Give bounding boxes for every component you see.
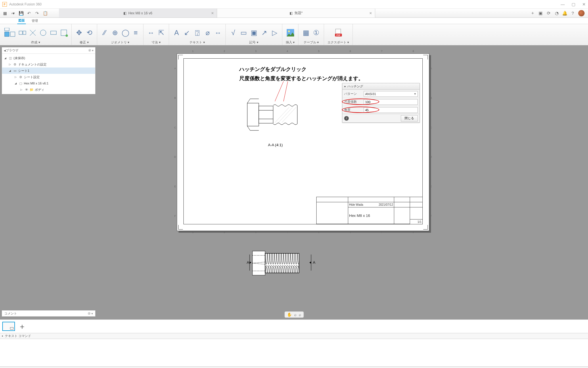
- svg-rect-2: [5, 28, 9, 31]
- sheet-thumbnail[interactable]: [2, 322, 15, 331]
- svg-rect-7: [61, 30, 67, 36]
- ribbon-group-create[interactable]: 作成 ▾: [31, 40, 40, 45]
- document-tab[interactable]: ◧ 無題* ✕: [217, 9, 375, 18]
- parent-view[interactable]: A A: [247, 246, 315, 280]
- circle-centerline-icon[interactable]: ◯: [121, 27, 129, 38]
- ribbon-group-symbol[interactable]: 記号 ▾: [249, 40, 258, 45]
- svg-rect-4: [23, 31, 26, 34]
- pin-icon[interactable]: ⦿ ▾: [88, 49, 93, 52]
- rotate-icon[interactable]: ⟲: [85, 27, 93, 38]
- text-command-title: テキスト コマンド: [5, 334, 31, 338]
- detail-view-icon[interactable]: [39, 27, 47, 38]
- taper-icon[interactable]: ▷: [271, 27, 279, 38]
- table-icon[interactable]: ▦: [302, 27, 310, 38]
- section-view-icon[interactable]: [29, 27, 37, 38]
- ribbon-group-dimension[interactable]: 寸法 ▾: [152, 40, 160, 45]
- user-avatar[interactable]: [578, 10, 585, 16]
- svg-point-8: [66, 34, 68, 37]
- comment-pin-icon[interactable]: ⦿ ▾: [88, 312, 93, 315]
- annotation-line1: ハッチングをダブルクリック: [239, 66, 307, 73]
- angle-input[interactable]: [364, 107, 418, 113]
- help-icon[interactable]: ?: [570, 11, 575, 16]
- pan-icon[interactable]: ✋: [287, 312, 292, 317]
- new-file-icon[interactable]: ▫▾: [10, 11, 16, 16]
- tab-close-icon[interactable]: ✕: [211, 11, 214, 15]
- workspace-tab-drawing[interactable]: 図面: [17, 18, 26, 24]
- canvas-area[interactable]: ◀ ブラウザ ⦿ ▾ ◢◫(未保存) ▷⚙ドキュメントの設定 ◢▭シート1 ▷⚙…: [0, 45, 588, 319]
- title-block[interactable]: Hide Wada 2021/07/12 Hex M8 x 16 1/1: [316, 197, 423, 224]
- weld-symbol-icon[interactable]: ↗: [260, 27, 268, 38]
- sketch-icon[interactable]: [60, 27, 68, 38]
- app-bar: ▦ ▫▾ 💾 ↶ ↷ 📋 ◧ Hex M8 x 16 v6 ✕ ◧ 無題* ✕ …: [0, 9, 588, 18]
- move-icon[interactable]: ✥: [75, 27, 83, 38]
- edge-extension-icon[interactable]: ≡: [132, 27, 140, 38]
- balloon-icon[interactable]: ①: [312, 27, 320, 38]
- svg-point-10: [288, 30, 290, 32]
- leader-text-icon[interactable]: ↙: [183, 27, 191, 38]
- tree-root[interactable]: ◢◫(未保存): [2, 55, 95, 61]
- document-tab[interactable]: ◧ Hex M8 x 16 v6 ✕: [59, 9, 217, 18]
- centermark-icon[interactable]: ⊕: [111, 27, 119, 38]
- tree-sheet-settings[interactable]: ▷⚙シート設定: [2, 74, 95, 80]
- ribbon-group-table[interactable]: テーブル ▾: [304, 40, 319, 45]
- hole-callout-icon[interactable]: ⌀: [204, 27, 212, 38]
- break-view-icon[interactable]: [49, 27, 58, 38]
- section-view[interactable]: [246, 97, 309, 132]
- insert-image-icon[interactable]: [286, 27, 294, 38]
- ribbon-group-modify[interactable]: 修正 ▾: [80, 40, 89, 45]
- undo-icon[interactable]: ↶: [26, 11, 32, 16]
- workspace-tab-manage[interactable]: 管理: [30, 18, 39, 24]
- comment-panel[interactable]: コメント ⦿ ▾: [2, 310, 95, 317]
- drawing-sheet[interactable]: 12345678 12345678 ABCDEF ABCDEF ハッチングをダブ…: [177, 53, 429, 231]
- ribbon-group-export[interactable]: エクスポート ▾: [327, 40, 349, 45]
- ribbon-group-geometry[interactable]: ジオメトリ ▾: [111, 40, 129, 45]
- tree-bodies[interactable]: ▷👁📁ボディ: [2, 86, 95, 93]
- close-button[interactable]: ✕: [582, 2, 586, 7]
- projected-view-icon[interactable]: [18, 27, 26, 38]
- dimension-icon[interactable]: ↔: [147, 27, 155, 38]
- add-tab-icon[interactable]: ＋: [530, 11, 535, 16]
- base-view-icon[interactable]: [3, 27, 16, 38]
- text-icon[interactable]: A: [173, 27, 181, 38]
- extensions-icon[interactable]: ▣: [538, 11, 543, 16]
- tab-close-icon[interactable]: ✕: [369, 11, 372, 15]
- text-command-header: ● テキスト コマンド: [0, 333, 588, 339]
- app-title: Autodesk Fusion 360: [9, 2, 42, 6]
- sheet-bar: ＋: [0, 319, 588, 333]
- tree-doc-settings[interactable]: ▷⚙ドキュメントの設定: [2, 61, 95, 68]
- add-sheet-button[interactable]: ＋: [18, 321, 26, 332]
- clipboard-icon[interactable]: 📋: [43, 11, 48, 16]
- minimize-button[interactable]: —: [561, 2, 565, 7]
- close-panel-button[interactable]: 閉じる: [401, 115, 418, 122]
- notifications-icon[interactable]: 🔔: [562, 11, 567, 16]
- centerline-icon[interactable]: ⁄⁄: [101, 27, 109, 38]
- pattern-select[interactable]: ANSI31▼: [364, 91, 418, 97]
- refresh-icon[interactable]: ⟳: [546, 11, 551, 16]
- info-icon[interactable]: i: [344, 116, 349, 121]
- svg-text:PDF: PDF: [336, 34, 341, 36]
- tree-sheet1[interactable]: ◢▭シート1: [2, 68, 95, 74]
- tree-component[interactable]: ◢▢Hex M8 x 16 v6:1: [2, 80, 95, 86]
- scale-input[interactable]: [364, 99, 418, 105]
- redo-icon[interactable]: ↷: [35, 11, 40, 16]
- bend-note-icon[interactable]: ↔: [214, 27, 222, 38]
- export-pdf-icon[interactable]: PDF: [334, 27, 342, 38]
- surface-texture-icon[interactable]: √: [229, 27, 237, 38]
- datum-id-icon[interactable]: ▣: [250, 27, 258, 38]
- svg-rect-16: [247, 103, 259, 126]
- ribbon-group-text[interactable]: テキスト ▾: [189, 40, 205, 45]
- zoom-fit-icon[interactable]: ⌕: [299, 312, 301, 317]
- maximize-button[interactable]: ▢: [572, 2, 575, 7]
- feature-control-frame-icon[interactable]: ▭: [240, 27, 248, 38]
- svg-point-5: [40, 30, 46, 36]
- svg-line-22: [278, 107, 293, 123]
- svg-rect-1: [10, 32, 15, 36]
- zoom-window-icon[interactable]: ⌕: [294, 312, 296, 317]
- note-icon[interactable]: ⍰: [193, 27, 201, 38]
- data-panel-icon[interactable]: ▦: [2, 11, 7, 16]
- save-icon[interactable]: 💾: [18, 11, 24, 16]
- ordinate-dimension-icon[interactable]: ⇱: [157, 27, 165, 38]
- job-status-icon[interactable]: ◔: [554, 11, 559, 16]
- ribbon-group-insert[interactable]: 挿入 ▾: [286, 40, 295, 45]
- ribbon: 作成 ▾ ✥ ⟲ 修正 ▾ ⁄⁄ ⊕ ◯ ≡ ジオメトリ ▾ ↔ ⇱ 寸法 ▾ …: [0, 24, 588, 45]
